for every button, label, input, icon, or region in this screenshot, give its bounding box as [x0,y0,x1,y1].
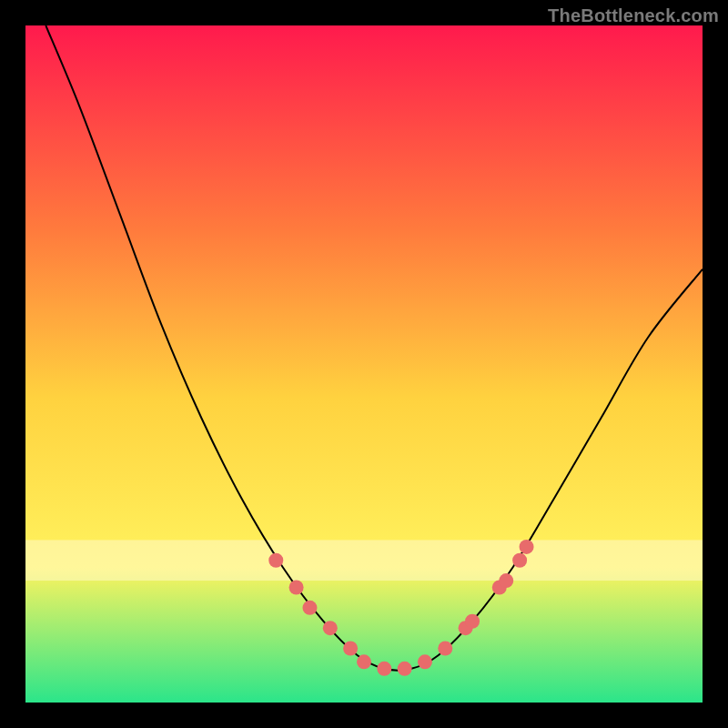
marker-dot [268,553,283,568]
marker-dot [418,654,432,669]
marker-dot [343,641,358,655]
chart-svg [25,25,703,703]
highlight-band [25,540,703,581]
marker-dot [377,662,391,676]
marker-dot [465,614,480,629]
marker-dot [302,601,317,615]
gradient-background [25,25,703,703]
marker-dot [357,654,371,669]
marker-dot [438,641,452,655]
marker-dot [520,540,534,554]
marker-dot [398,662,412,676]
marker-dot [499,573,513,588]
marker-dot [512,553,527,568]
marker-dot [289,581,304,595]
marker-dot [323,621,338,635]
watermark-text: TheBottleneck.com [548,5,719,26]
